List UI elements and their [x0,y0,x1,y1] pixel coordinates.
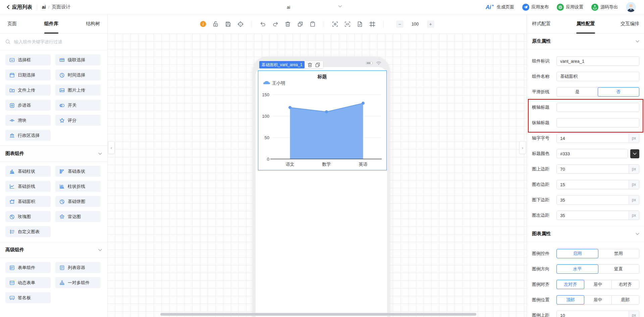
svg-text:50: 50 [265,135,269,140]
toolbar-duplicate-icon[interactable] [297,21,304,28]
component-item-label: 基础条状 [68,168,85,174]
component-item-district[interactable]: 行政区选择 [5,130,51,141]
segment-option-顶部[interactable]: 顶部 [556,295,584,305]
page-select-dropdown[interactable]: ai [231,0,345,14]
segment-option-启用[interactable]: 启用 [556,249,598,258]
component-item-image-upload[interactable]: 图片上传 [55,85,101,96]
component-item-combo[interactable]: 柱状折线 [55,181,101,192]
copy-component-icon[interactable] [315,62,320,67]
toolbar-undo-icon[interactable] [260,21,266,28]
component-item-signature[interactable]: 签名板 [5,292,51,303]
svg-text:Ai: Ai [486,4,491,10]
toolbar-crosshair-icon[interactable] [237,21,244,28]
property-input-图左边距[interactable] [557,211,629,220]
segment-option-水平[interactable]: 水平 [556,264,598,274]
component-item-custom[interactable]: 自定义图表 [5,226,51,237]
toolbar-trash-icon[interactable] [284,21,291,28]
segment-option-底部[interactable]: 底部 [611,296,639,304]
component-item-area[interactable]: 基础面积 [5,196,51,207]
component-item-radar[interactable]: 雷达图 [55,211,101,222]
toolbar-info-icon[interactable]: i [200,21,207,28]
back-chevron-icon[interactable] [6,5,10,9]
segment-option-右对齐[interactable]: 右对齐 [611,280,639,289]
component-item-list-container[interactable]: 列表容器 [55,262,101,273]
component-item-date[interactable]: 日期选择 [5,69,51,81]
horizontal-scrollbar[interactable] [160,313,476,316]
segment-option-居中[interactable]: 居中 [584,296,611,304]
collapse-inspector-button[interactable]: › [519,141,526,154]
property-input-纵轴标题[interactable] [556,118,639,127]
avatar[interactable] [626,2,636,12]
checkbox-icon [9,57,15,63]
breadcrumb: 应用列表 ai / 页面设计 [0,4,70,10]
segment-option-竖直[interactable]: 竖直 [598,265,639,273]
property-input-图上边距[interactable] [557,165,629,173]
chev-down-icon[interactable] [98,249,102,251]
toolbar-redo-icon[interactable] [272,21,279,28]
topbar-action-ai-logo[interactable]: Ai生成页面 [486,4,514,10]
topbar-action-export[interactable]: 源码导出 [591,4,618,11]
component-item-bar[interactable]: 基础柱状 [5,166,51,177]
component-item-line[interactable]: 基础折线 [5,181,51,192]
area-chart-component[interactable]: 050100150语文数学英语标题王小明 [258,70,387,170]
property-input-轴字字号[interactable] [557,134,629,143]
property-input-标题颜色[interactable] [556,149,628,158]
component-item-star[interactable]: 评分 [55,115,101,126]
toolbar-doc-check-icon[interactable] [357,21,363,28]
property-input-图下边距[interactable] [557,196,629,204]
component-item-rose[interactable]: 玫瑰图 [5,211,51,222]
component-item-stepper[interactable]: 步进器 [5,100,51,111]
selected-component-tag[interactable]: 基础面积_vant_area_1 [259,61,305,68]
back-to-app-list[interactable]: 应用列表 [12,4,32,10]
search-icon [5,39,10,44]
sidebar-tab-结构树[interactable]: 结构树 [86,14,100,33]
property-input-横轴标题[interactable] [556,103,639,112]
segment-option-是[interactable]: 是 [557,88,598,96]
delete-component-icon[interactable] [308,62,312,67]
inspector-tab-样式配置[interactable]: 样式配置 [532,14,551,33]
chev-down-icon[interactable] [636,40,639,43]
topbar-action-publish[interactable]: 应用发布 [522,4,549,11]
collapse-sidebar-button[interactable]: ‹ [108,141,115,154]
inspector-tab-属性配置[interactable]: 属性配置 [576,14,595,33]
property-input-图右边距[interactable] [557,180,629,189]
inspector-tab-交互编排[interactable]: 交互编排 [621,14,639,33]
topbar-action-settings[interactable]: 应用设置 [557,4,583,11]
search-input[interactable] [13,39,102,45]
chev-down-icon[interactable] [98,153,102,155]
component-item-switch[interactable]: 开关 [55,100,101,111]
color-picker-button[interactable] [630,149,639,158]
toolbar-eye-scan-icon[interactable] [332,21,338,28]
toolbar-save-icon[interactable] [225,21,231,28]
component-item-label: 柱状折线 [68,183,85,190]
component-item-pie[interactable]: 基础饼图 [55,196,101,207]
component-item-checkbox[interactable]: 选择框 [5,54,51,65]
segment-option-禁用[interactable]: 禁用 [598,249,639,258]
property-input-组件标识[interactable] [556,56,639,66]
property-label: 组件标识 [532,58,556,64]
chev-down-icon[interactable] [636,233,639,235]
toolbar-unlock-icon[interactable] [212,21,219,28]
property-input-图例上距[interactable] [557,311,629,317]
component-item-hbar[interactable]: 基础条状 [55,166,101,177]
property-input-组件名称[interactable] [556,72,639,81]
component-item-dynamic-form[interactable]: 动态表单 [5,277,51,288]
phone-status-bar [366,61,381,65]
segment-option-否[interactable]: 否 [598,87,640,97]
component-item-time[interactable]: 时间选择 [55,69,101,81]
component-item-file-upload[interactable]: 文件上传 [5,85,51,96]
zoom-out-button[interactable]: − [396,20,404,28]
toolbar-code-scan-icon[interactable] [344,21,351,28]
component-item-cascade[interactable]: 级联选择 [55,54,101,65]
sidebar-tab-组件库[interactable]: 组件库 [44,14,58,33]
segment-option-居中[interactable]: 居中 [584,280,611,289]
component-item-label: 雷达图 [68,214,81,220]
segment-option-左对齐[interactable]: 左对齐 [556,280,584,289]
component-item-one-to-many[interactable]: 一对多组件 [55,277,101,288]
toolbar-artboard-icon[interactable] [369,21,376,28]
component-item-slider[interactable]: 滑块 [5,115,51,126]
sidebar-tab-页面[interactable]: 页面 [7,14,17,33]
zoom-in-button[interactable]: + [427,20,434,28]
toolbar-paste-icon[interactable] [309,21,316,28]
component-item-form[interactable]: 表单组件 [5,262,51,273]
